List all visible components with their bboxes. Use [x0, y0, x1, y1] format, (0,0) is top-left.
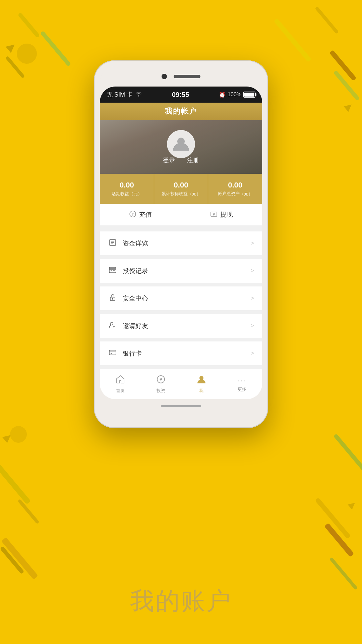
app-header: 我的帐户 [100, 103, 262, 120]
menu-item-investments[interactable]: 投资记录 > [100, 259, 262, 283]
svg-text:¥: ¥ [213, 212, 215, 216]
svg-rect-10 [109, 268, 116, 270]
register-button[interactable]: 注册 [182, 154, 204, 166]
nav-home[interactable]: 首页 [100, 369, 140, 399]
stat-total-yield: 0.00 累计获得收益（元） [154, 174, 208, 204]
bankcard-arrow: > [250, 350, 254, 357]
stat-current-yield: 0.00 活期收益（元） [100, 174, 154, 204]
investments-icon [108, 266, 117, 276]
battery-label: 100% [228, 92, 241, 98]
withdraw-label: 提现 [220, 210, 233, 219]
status-bar: 无 SIM 卡 09:55 ⏰ 100% [100, 87, 262, 103]
bottom-nav: 首页 ¥ 投资 [100, 369, 262, 399]
invest-label: 投资 [157, 388, 165, 394]
menu-item-funds[interactable]: 资金详览 > [100, 231, 262, 256]
page-title: 我的帐户 [165, 106, 197, 116]
me-label: 我 [199, 388, 203, 394]
bankcard-label: 银行卡 [123, 349, 245, 358]
invite-icon [108, 321, 117, 331]
home-icon [116, 375, 125, 386]
wifi-icon [135, 91, 142, 98]
menu-item-bankcard[interactable]: 银行卡 > [100, 341, 262, 366]
withdraw-icon: ¥ [210, 210, 218, 219]
total-yield-value: 0.00 [174, 181, 188, 190]
invite-arrow: > [250, 322, 254, 329]
recharge-icon: ¥ [129, 210, 136, 219]
nav-me[interactable]: 我 [181, 369, 222, 399]
alarm-icon: ⏰ [219, 92, 226, 98]
recharge-label: 充值 [139, 210, 152, 219]
security-label: 安全中心 [123, 294, 245, 303]
menu-item-invite[interactable]: 邀请好友 > [100, 314, 262, 338]
time-display: 09:55 [172, 91, 189, 99]
investments-arrow: > [250, 267, 254, 274]
menu-section: 资金详览 > 投资记录 > [100, 228, 262, 369]
battery-indicator [243, 92, 255, 98]
recharge-button[interactable]: ¥ 充值 [100, 204, 181, 225]
svg-rect-16 [109, 350, 116, 355]
bankcard-icon [108, 348, 117, 359]
invest-icon: ¥ [156, 375, 166, 386]
more-label: 更多 [238, 386, 246, 392]
login-button[interactable]: 登录 [158, 154, 180, 166]
camera [162, 74, 167, 79]
speaker [174, 75, 200, 78]
more-icon: ··· [238, 376, 246, 385]
profile-banner: 登录 | 注册 [100, 120, 262, 174]
avatar [167, 130, 195, 158]
security-icon [108, 293, 117, 304]
security-arrow: > [250, 295, 254, 302]
current-yield-value: 0.00 [120, 181, 134, 190]
current-yield-label: 活期收益（元） [112, 191, 142, 197]
withdraw-button[interactable]: ¥ 提现 [181, 204, 262, 225]
total-assets-value: 0.00 [228, 181, 242, 190]
funds-arrow: > [250, 240, 254, 247]
svg-text:¥: ¥ [159, 377, 162, 382]
total-assets-label: 帐户总资产（元） [218, 191, 253, 197]
nav-invest[interactable]: ¥ 投资 [140, 369, 181, 399]
invite-label: 邀请好友 [123, 322, 245, 330]
bottom-page-title: 我的账户 [130, 585, 232, 617]
stats-bar: 0.00 活期收益（元） 0.00 累计获得收益（元） 0.00 帐户总资产（元… [100, 174, 262, 204]
menu-item-security[interactable]: 安全中心 > [100, 286, 262, 311]
home-label: 首页 [116, 388, 125, 394]
me-icon [197, 375, 206, 386]
svg-point-15 [110, 322, 113, 325]
total-yield-label: 累计获得收益（元） [162, 191, 201, 197]
svg-text:¥: ¥ [131, 212, 134, 217]
carrier-label: 无 SIM 卡 [107, 91, 133, 99]
funds-label: 资金详览 [123, 239, 245, 248]
svg-point-14 [112, 298, 113, 299]
phone-mockup: 无 SIM 卡 09:55 ⏰ 100% [94, 60, 268, 428]
funds-icon [108, 238, 117, 249]
action-bar: ¥ 充值 ¥ 提现 [100, 204, 262, 228]
investments-label: 投资记录 [123, 267, 245, 275]
stat-total-assets: 0.00 帐户总资产（元） [208, 174, 262, 204]
nav-more[interactable]: ··· 更多 [222, 369, 262, 399]
